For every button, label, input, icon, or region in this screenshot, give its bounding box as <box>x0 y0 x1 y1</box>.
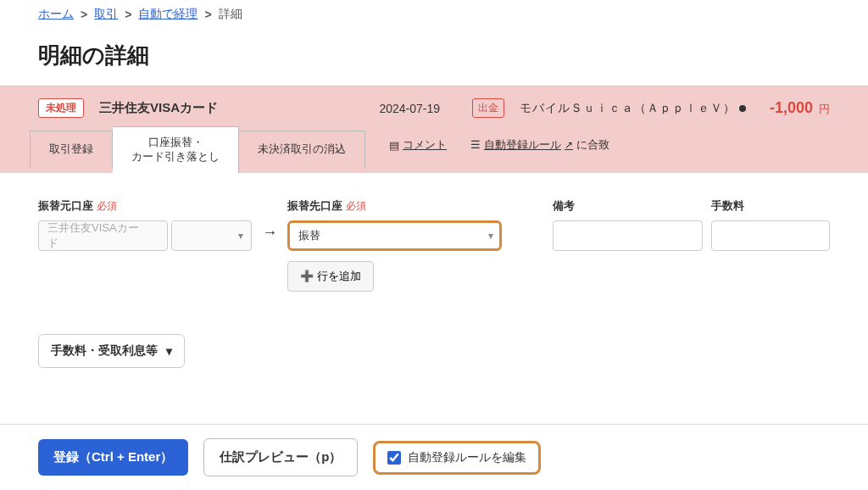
source-account-subselect[interactable] <box>171 220 252 251</box>
plus-icon: ➕ <box>300 270 314 282</box>
page-title: 明細の詳細 <box>0 29 868 86</box>
list-icon: ☰ <box>470 138 481 151</box>
source-account-label: 振替元口座必須 <box>38 198 252 214</box>
edit-auto-rule-checkbox[interactable] <box>387 451 401 465</box>
transfer-form: 振替元口座必須 三井住友VISAカード ▾ → 振替先口座必須 振替 ▾ <box>0 173 868 300</box>
destination-account-select[interactable]: 振替 <box>287 220 501 251</box>
source-account-select[interactable]: 三井住友VISAカード <box>38 220 168 251</box>
chevron-right-icon: > <box>204 8 211 21</box>
footer-bar: 登録（Ctrl + Enter） 仕訳プレビュー（p） 自動登録ルールを編集 <box>0 424 868 490</box>
truncation-dot-icon <box>739 105 746 112</box>
breadcrumb-auto-accounting[interactable]: 自動で経理 <box>138 7 198 22</box>
tabs-row: 取引登録 口座振替・ カード引き落とし 未決済取引の消込 ▤ コメント ☰ 自動… <box>0 118 868 173</box>
comment-icon: ▤ <box>389 139 399 152</box>
comment-link[interactable]: ▤ コメント <box>389 137 447 153</box>
arrow-right-icon: → <box>260 198 279 242</box>
match-suffix: に合致 <box>576 138 609 151</box>
tab-account-transfer[interactable]: 口座振替・ カード引き落とし <box>113 126 239 173</box>
fee-input[interactable] <box>711 220 830 251</box>
breadcrumb-current: 詳細 <box>219 7 242 22</box>
auto-rule-link[interactable]: 自動登録ルール ↗ <box>484 137 573 153</box>
card-name: 三井住友VISAカード <box>99 100 218 116</box>
preview-button[interactable]: 仕訳プレビュー（p） <box>203 438 358 476</box>
add-row-button[interactable]: ➕ 行を追加 <box>287 261 374 292</box>
transaction-date: 2024-07-19 <box>379 102 440 115</box>
tab-register-transaction[interactable]: 取引登録 <box>30 131 113 168</box>
external-link-icon: ↗ <box>565 139 573 151</box>
fee-label: 手数料 <box>711 198 830 214</box>
breadcrumb-transactions[interactable]: 取引 <box>94 7 118 22</box>
transaction-summary-bar: 未処理 三井住友VISAカード 2024-07-19 出金 モバイルＳｕｉｃａ（… <box>0 86 868 118</box>
status-badge: 未処理 <box>38 98 84 118</box>
transaction-amount: -1,000 <box>770 99 813 116</box>
note-label: 備考 <box>553 198 703 214</box>
chevron-right-icon: > <box>125 8 131 21</box>
breadcrumb: ホーム > 取引 > 自動で経理 > 詳細 <box>0 0 868 29</box>
edit-auto-rule-label[interactable]: 自動登録ルールを編集 <box>408 450 526 465</box>
chevron-right-icon: > <box>81 8 87 21</box>
register-button[interactable]: 登録（Ctrl + Enter） <box>38 439 188 476</box>
tab-unsettled[interactable]: 未決済取引の消込 <box>239 131 365 168</box>
breadcrumb-home[interactable]: ホーム <box>38 7 74 22</box>
note-input[interactable] <box>553 220 703 251</box>
amount-unit: 円 <box>819 103 830 115</box>
chevron-down-icon: ▾ <box>166 344 172 358</box>
fees-interest-dropdown[interactable]: 手数料・受取利息等 ▾ <box>38 334 185 368</box>
transaction-description: モバイルＳｕｉｃａ（ＡｐｐｌｅＶ） <box>520 101 746 116</box>
edit-auto-rule-group[interactable]: 自動登録ルールを編集 <box>373 441 541 475</box>
withdraw-badge: 出金 <box>472 98 504 118</box>
destination-account-label: 振替先口座必須 <box>287 198 501 214</box>
comment-label: コメント <box>403 137 447 153</box>
